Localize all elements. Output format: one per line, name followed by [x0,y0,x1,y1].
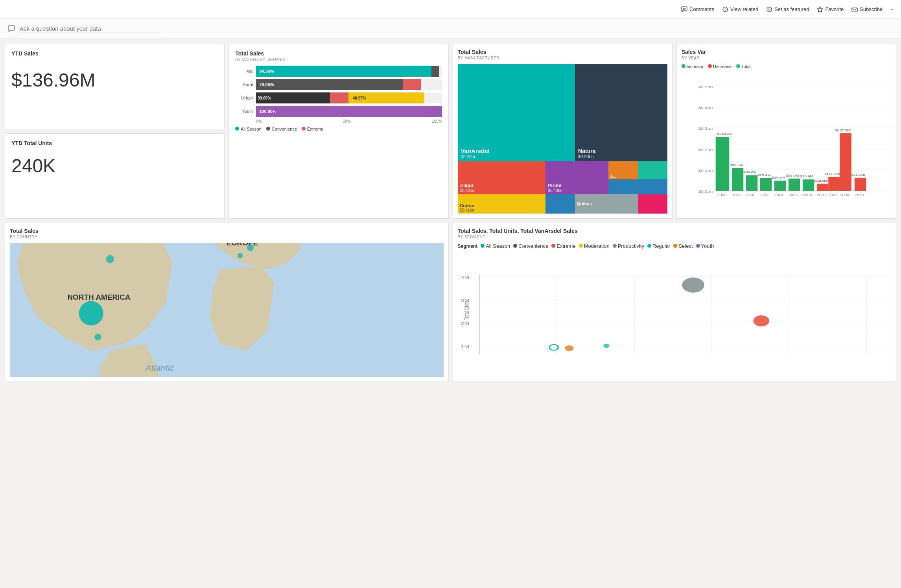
svg-text:($31.1M): ($31.1M) [850,173,865,177]
svg-text:$29.5M: $29.5M [786,174,799,177]
treemap-a[interactable]: A... [608,161,638,179]
comments-button[interactable]: Comments [681,6,714,13]
quibus-label: Quibus [577,201,592,206]
svg-point-80 [753,315,769,326]
qna-icon [8,25,15,32]
dashboard: YTD Sales $136.96M YTD Total Units 240K … [0,39,901,387]
aliqui-label: Aliqui [460,183,544,188]
svg-point-61 [247,244,254,251]
svg-text:2M: 2M [461,321,469,326]
svg-text:$24.3M: $24.3M [772,176,785,179]
svg-text:$258.2M: $258.2M [717,132,732,136]
svg-marker-6 [817,7,823,12]
subscribe-button[interactable]: Subscribe [851,6,883,13]
favorite-button[interactable]: Favorite [817,6,844,13]
total-sales-segment-card: Total Sales, Total Units, Total VanArsde… [453,223,897,382]
total-sales-segment-title: Total Sales, Total Units, Total VanArsde… [458,228,892,234]
sales-var-title: Sales Var [682,49,891,55]
treemap-quibus[interactable]: Quibus [575,194,638,214]
currus-value: $0.41bn [460,208,544,212]
subscribe-icon [851,6,858,13]
bar-row-rural: Rural 78.95% [235,79,442,90]
comments-label: Comments [689,6,714,12]
treemap-vanarsdel[interactable]: VanArsdel $2.28bn [458,64,575,161]
svg-text:2004: 2004 [774,193,784,197]
treemap-pirum[interactable]: Pirum $0.40bn [545,161,608,194]
bar-label-mix: Mix [235,69,253,74]
svg-text:$0.3bn: $0.3bn [698,126,713,131]
star-icon [817,6,823,13]
sales-var-card: Sales Var BY YEAR Increase Decrease Tota… [676,44,896,219]
sales-var-subtitle: BY YEAR [682,56,891,60]
svg-rect-27 [746,175,757,191]
svg-text:$52.3M: $52.3M [730,163,743,167]
svg-text:1M: 1M [461,345,469,349]
svg-text:($33.0M): ($33.0M) [825,172,840,175]
bar-container-rural: 78.95% [256,79,442,90]
svg-point-63 [94,334,101,340]
svg-text:Atlantic: Atlantic [145,363,174,373]
treemap-natura[interactable]: Natura $0.90bn [575,64,667,161]
bar-label-urban: Urban [235,96,253,100]
legend-allseason: All Season [235,127,262,131]
treemap-last[interactable] [638,194,667,214]
svg-text:2007: 2007 [817,193,826,197]
category-bar-chart: Mix 94.36% Rural 78.95% Urban [235,66,442,123]
treemap-currus[interactable]: Currus $0.41bn [458,194,546,214]
svg-text:($18.0M): ($18.0M) [814,179,828,182]
ytd-sales-card: YTD Sales $136.96M [5,44,225,129]
natura-value: $0.90bn [578,154,664,159]
category-legend: All Season Convenience Extreme [235,127,442,131]
ytd-units-value: 240K [11,155,218,177]
treemap-small1[interactable] [638,161,667,179]
total-sales-country-subtitle: BY COUNTRY [10,235,444,239]
total-sales-mfr-card: Total Sales BY MANUFACTURER VanArsdel $2… [453,44,673,219]
legend-regular-seg: Regular [647,243,671,249]
svg-text:($137.9M): ($137.9M) [835,128,851,132]
total-sales-country-card: Total Sales BY COUNTRY Atlantic Ocean [5,223,449,382]
treemap-aliqui[interactable]: Aliqui $0.60bn [458,161,546,194]
treemap-blue[interactable] [545,194,575,214]
treemap-small2[interactable] [608,179,667,194]
svg-point-59 [79,301,103,326]
subscribe-label: Subscribe [860,6,883,12]
total-sales-segment-subtitle: BY SEGMENT [458,235,892,239]
view-related-icon [722,6,728,13]
bar-label-youth: Youth [235,109,253,114]
scatter-chart: 1M 2M 3M 4M Total Units [458,251,892,369]
bar-container-mix: 94.36% [256,66,442,77]
svg-text:$0.2bn: $0.2bn [698,147,713,152]
comments-icon [681,6,687,13]
col1-stack: YTD Sales $136.96M YTD Total Units 240K [5,44,225,219]
svg-text:Total Units: Total Units [463,300,470,320]
svg-rect-0 [682,7,687,11]
legend-total: Total [736,64,750,69]
bar-row-urban: Urban 39.66% 40.97% [235,92,442,103]
qna-input[interactable] [18,24,160,33]
bar-container-urban: 39.66% 40.97% [256,92,442,103]
ytd-units-title: YTD Total Units [11,140,218,146]
vanarsdel-value: $2.28bn [461,154,572,159]
view-related-button[interactable]: View related [722,6,758,13]
svg-text:$36.6M: $36.6M [743,170,756,174]
more-options-button[interactable]: ··· [890,6,895,12]
set-featured-icon [766,6,772,13]
qna-bar [0,19,901,39]
total-sales-cat-subtitle: BY CATEGORY, SEGMENT [235,57,442,62]
waterfall-chart: $0.0bn $0.1bn $0.2bn $0.3bn $0.4bn $0.5b… [682,71,891,197]
segment-legend-row: Segment All Season Convenience Extreme M… [458,243,892,249]
svg-text:2000: 2000 [717,193,726,197]
legend-extreme-seg: Extreme [551,243,575,249]
svg-text:NORTH AMERICA: NORTH AMERICA [67,293,131,301]
pirum-value: $0.40bn [548,188,606,193]
svg-text:2010: 2010 [855,193,864,197]
set-featured-button[interactable]: Set as featured [766,6,809,13]
svg-text:$0.5bn: $0.5bn [698,85,713,89]
svg-text:2005: 2005 [789,193,798,197]
ytd-sales-value: $136.96M [11,69,218,91]
svg-text:Ocean: Ocean [152,375,178,377]
legend-extreme: Extreme [302,127,323,131]
world-map: Atlantic Ocean NORTH AMERICA EUROPE [10,243,444,377]
svg-text:2001: 2001 [732,193,741,197]
svg-rect-7 [852,8,857,12]
